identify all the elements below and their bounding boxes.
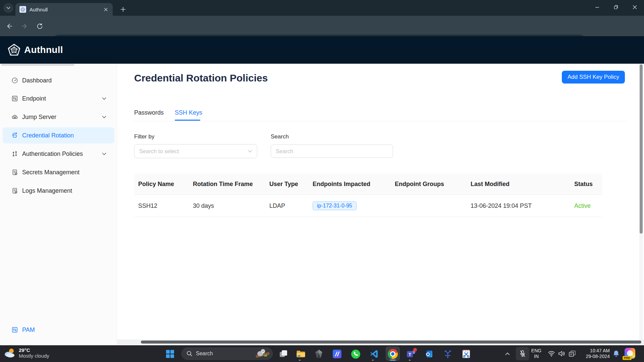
clock-date: 29-08-2024 [579,354,610,359]
vscode-button[interactable] [368,348,380,360]
sidebar-item-label: Jump Server [22,114,56,121]
chevron-down-icon [102,153,106,156]
running-app-dot [372,360,374,361]
add-ssh-key-policy-button[interactable]: Add SSH Key Policy [562,71,625,83]
sidebar-item-label: Credential Rotation [22,132,74,139]
windows-start-icon [166,350,174,358]
tray-language-indicator[interactable]: ENG IN [531,348,542,359]
language-secondary: IN [531,354,542,359]
search-input[interactable] [271,144,393,158]
reload-button[interactable] [35,21,44,31]
column-header-status: Status [574,174,593,195]
sidebar-item-dashboard[interactable]: Dashboard [0,72,117,88]
secrets-management-icon [11,169,18,176]
pam-label: PAM [22,326,35,334]
sidebar-item-secrets-management[interactable]: Secrets Management [0,164,117,180]
whatsapp-button[interactable] [350,348,362,360]
tab-passwords[interactable]: Passwords [134,109,164,116]
column-header-endpoint-groups: Endpoint Groups [395,174,444,195]
column-header-user-type: User Type [269,174,298,195]
tray-wifi-button[interactable] [546,348,557,359]
sidebar: Dashboard Endpoint Jump Server Credentia… [0,64,117,345]
speaker-icon [558,351,566,357]
tray-chevron-up-button[interactable] [502,348,513,359]
chrome-button[interactable] [387,348,399,360]
tab-title: Authnull [30,7,103,12]
filter-select[interactable]: Search to select [134,144,257,158]
chrome-icon [388,349,398,359]
start-button[interactable] [164,348,176,360]
running-app-dot [299,360,301,361]
copilot-button[interactable]: PRE [625,348,635,359]
window-close-button[interactable] [625,0,644,14]
tab-search-chevron-button[interactable] [3,3,13,13]
sidebar-footer-pam[interactable]: PAM [11,325,35,335]
language-primary: ENG [531,348,542,354]
file-explorer-button[interactable] [295,348,307,360]
sidebar-item-credential-rotation[interactable]: Credential Rotation [3,127,114,143]
vertical-scrollbar-thumb[interactable] [640,64,643,234]
battery-icon [569,350,576,357]
teams-button[interactable]: T [405,348,417,360]
column-header-last-modified: Last Modified [471,174,509,195]
tray-notifications-button[interactable] [610,348,622,359]
browser-tab-authnull[interactable]: Authnull [15,3,113,16]
horizontal-scrollbar-thumb[interactable] [141,341,641,344]
sidebar-scrollbar[interactable] [1,64,74,66]
table-row: SSH12 30 days LDAP ip-172-31-0-95 13-06-… [134,195,602,217]
tab-close-icon[interactable] [103,6,109,12]
tray-mic-muted-button[interactable] [516,347,529,360]
window-restore-button[interactable] [606,0,625,14]
screen: Authnull [0,0,644,362]
tray-battery-button[interactable] [567,348,578,359]
chrome-active-underline [390,360,396,361]
browser-tabstrip: Authnull [0,0,644,16]
coral-app-icon [443,349,452,359]
wifi-icon [548,351,555,357]
blue-slashes-app-icon [332,349,342,359]
sidebar-item-jump-server[interactable]: Jump Server [0,109,117,125]
cell-status: Active [574,195,591,217]
filter-by-label: Filter by [134,133,154,140]
search-highlight-monkey-image [253,348,270,359]
reload-icon [36,23,43,30]
sidebar-item-logs-management[interactable]: Logs Management [0,183,117,199]
crystal-app-button[interactable] [313,348,325,360]
minimize-icon [595,5,599,9]
snipping-tool-button[interactable] [460,348,472,360]
crystal-app-icon [314,349,323,359]
forward-button[interactable] [20,21,29,31]
search-icon [186,351,193,357]
sidebar-item-label: Authentication Policies [22,150,83,158]
brand-name: Authnull [24,45,63,55]
endpoint-tag[interactable]: ip-172-31-0-95 [313,201,357,210]
window-minimize-button[interactable] [588,0,606,14]
cell-rotation-time-frame: 30 days [193,195,214,217]
back-button[interactable] [5,21,14,31]
weather-condition: Mostly cloudy [19,353,49,359]
sidebar-item-endpoint[interactable]: Endpoint [0,90,117,107]
sidebar-item-label: Dashboard [22,77,52,84]
tab-ssh-keys[interactable]: SSH Keys [175,109,202,116]
outlook-button[interactable] [423,348,435,360]
whatsapp-icon [351,349,361,359]
forward-arrow-icon [21,22,28,30]
jump-server-cloud-icon [11,114,18,120]
search-label: Search [271,133,289,140]
tray-clock[interactable]: 10:47 AM 29-08-2024 [579,348,610,359]
chevron-down-icon [102,97,106,100]
cell-user-type: LDAP [269,195,285,217]
tray-volume-button[interactable] [556,348,568,359]
taskbar-search-box[interactable]: Search [181,348,273,360]
taskbar-weather-widget[interactable]: 29°C Mostly cloudy [3,347,49,359]
blue-slashes-app-button[interactable] [331,348,343,360]
table-header-row: Policy Name Rotation Time Frame User Typ… [134,174,602,195]
new-tab-button[interactable] [118,4,128,14]
sidebar-item-label: Endpoint [22,95,46,102]
teams-icon: T [407,350,416,359]
close-icon [633,5,637,9]
sidebar-item-authentication-policies[interactable]: Authentication Policies [0,146,117,162]
task-view-button[interactable] [277,348,289,360]
coral-app-button[interactable] [442,348,454,360]
filter-select-placeholder: Search to select [139,148,248,155]
